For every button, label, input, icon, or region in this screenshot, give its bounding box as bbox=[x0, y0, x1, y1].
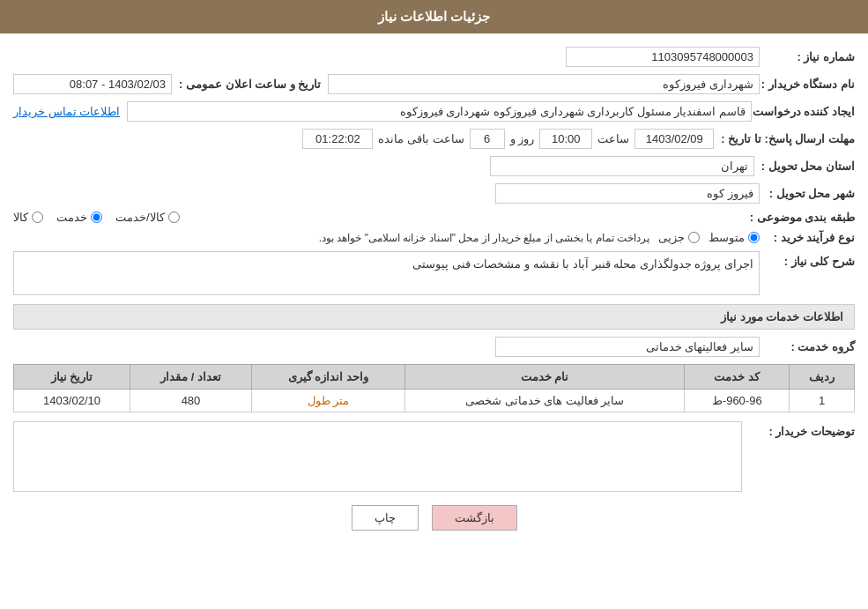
page-title: جزئیات اطلاعات نیاز bbox=[378, 9, 490, 24]
remaining-time: 01:22:02 bbox=[302, 129, 373, 149]
city-value: فیروز کوه bbox=[495, 183, 760, 204]
cell-unit: متر طول bbox=[251, 390, 404, 412]
back-button[interactable]: بازگشت bbox=[432, 505, 517, 531]
col-header-code: کد خدمت bbox=[685, 365, 790, 390]
col-header-name: نام خدمت bbox=[404, 365, 684, 390]
response-time: 10:00 bbox=[539, 129, 592, 149]
city-label: شهر محل تحویل : bbox=[767, 187, 855, 200]
response-days-label: روز و bbox=[510, 132, 535, 145]
cell-quantity: 480 bbox=[130, 390, 251, 412]
general-desc-label: شرح کلی نیاز : bbox=[767, 251, 855, 268]
buyer-org-label: نام دستگاه خریدار : bbox=[767, 78, 855, 91]
table-row: 1 960-96-ط سایر فعالیت های خدماتی شخصی م… bbox=[14, 390, 855, 412]
service-group-label: گروه خدمت : bbox=[767, 340, 855, 353]
response-days: 6 bbox=[470, 129, 505, 149]
creator-value: قاسم اسفندیار مسئول کاربرداری شهرداری فی… bbox=[127, 101, 752, 122]
response-time-label: ساعت bbox=[597, 132, 629, 145]
announce-datetime-label: تاریخ و ساعت اعلان عمومی : bbox=[179, 78, 321, 91]
category-option-khedmat[interactable]: خدمت bbox=[56, 211, 102, 224]
province-label: استان محل تحویل : bbox=[761, 160, 855, 173]
buyer-desc-value bbox=[13, 421, 742, 492]
col-header-date: تاریخ نیاز bbox=[14, 365, 130, 390]
services-table: ردیف کد خدمت نام خدمت واحد اندازه گیری ت… bbox=[13, 364, 855, 412]
process-label: نوع فرآیند خرید : bbox=[767, 231, 855, 244]
process-row: متوسط جزیی پرداخت تمام یا بخشی از مبلغ خ… bbox=[13, 231, 760, 244]
process-option-motavasset[interactable]: متوسط bbox=[708, 231, 760, 244]
buyer-org-value: شهرداری فیروزکوه bbox=[328, 74, 760, 94]
col-header-qty: تعداد / مقدار bbox=[130, 365, 251, 390]
services-section-title: اطلاعات خدمات مورد نیاز bbox=[13, 304, 855, 330]
category-label: طبقه بندی موضوعی : bbox=[750, 211, 855, 224]
need-number-value: 1103095748000003 bbox=[566, 47, 760, 67]
buttons-row: بازگشت چاپ bbox=[13, 505, 855, 544]
category-option-kala-khedmat[interactable]: کالا/خدمت bbox=[115, 211, 180, 224]
service-group-value: سایر فعالیتهای خدماتی bbox=[495, 337, 760, 357]
page-header: جزئیات اطلاعات نیاز bbox=[0, 0, 868, 33]
process-option-jozi[interactable]: جزیی bbox=[658, 231, 700, 244]
response-date: 1403/02/09 bbox=[634, 129, 714, 149]
col-header-unit: واحد اندازه گیری bbox=[251, 365, 404, 390]
table-header-row: ردیف کد خدمت نام خدمت واحد اندازه گیری ت… bbox=[14, 365, 855, 390]
cell-date: 1403/02/10 bbox=[14, 390, 130, 412]
col-header-row: ردیف bbox=[790, 365, 855, 390]
province-value: تهران bbox=[490, 156, 754, 176]
remaining-label: ساعت باقی مانده bbox=[378, 132, 464, 145]
creator-label: ایجاد کننده درخواست : bbox=[759, 105, 855, 118]
creator-link[interactable]: اطلاعات تماس خریدار bbox=[13, 105, 120, 118]
announce-datetime-value: 1403/02/03 - 08:07 bbox=[13, 74, 172, 94]
cell-name: سایر فعالیت های خدماتی شخصی bbox=[404, 390, 684, 412]
cell-row-num: 1 bbox=[790, 390, 855, 412]
general-desc-value: اجرای پروژه جدولگذاری محله قنبر آباد با … bbox=[13, 251, 760, 295]
category-option-kala[interactable]: کالا bbox=[13, 211, 43, 224]
print-button[interactable]: چاپ bbox=[352, 505, 419, 531]
cell-code: 960-96-ط bbox=[685, 390, 790, 412]
category-radio-group: کالا/خدمت خدمت کالا bbox=[13, 211, 743, 224]
buyer-desc-label: توضیحات خریدار : bbox=[749, 421, 855, 438]
response-deadline-label: مهلت ارسال پاسخ: تا تاریخ : bbox=[721, 132, 855, 145]
process-note: پرداخت تمام یا بخشی از مبلغ خریدار از مح… bbox=[13, 232, 649, 244]
need-number-label: شماره نیاز : bbox=[767, 50, 855, 63]
